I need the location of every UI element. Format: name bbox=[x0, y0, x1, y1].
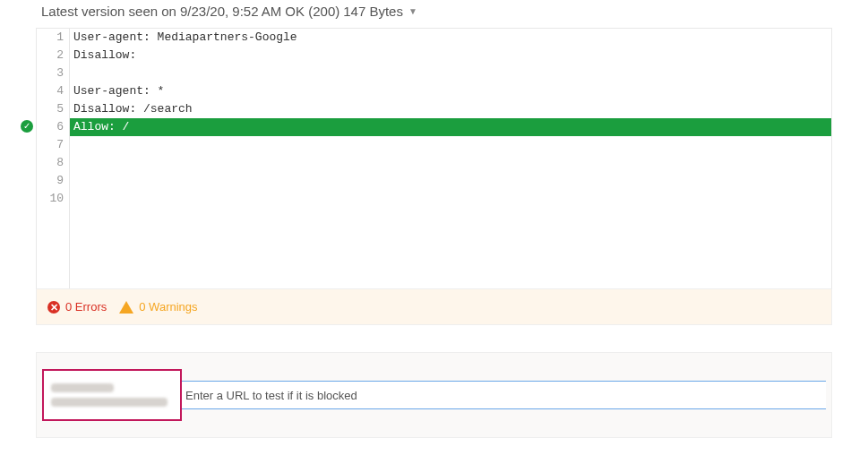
robots-editor: 123456✓78910 User-agent: Mediapartners-G… bbox=[36, 28, 832, 288]
code-line[interactable]: Allow: / bbox=[70, 118, 831, 136]
status-size: 147 Bytes bbox=[343, 4, 403, 19]
code-line[interactable]: Disallow: bbox=[70, 47, 831, 64]
url-test-section bbox=[36, 352, 832, 438]
status-line[interactable]: Latest version seen on 9/23/20, 9:52 AM … bbox=[0, 0, 868, 28]
url-test-input[interactable] bbox=[182, 381, 826, 409]
line-number: 5 bbox=[37, 100, 69, 118]
url-origin-box[interactable] bbox=[42, 369, 182, 421]
line-number: 10 bbox=[37, 190, 69, 208]
line-number: 3 bbox=[37, 64, 69, 82]
code-line[interactable] bbox=[70, 136, 831, 154]
check-icon: ✓ bbox=[21, 120, 33, 133]
messages-bar: ✕ 0 Errors 0 Warnings bbox=[36, 288, 832, 325]
line-number: 1 bbox=[37, 29, 69, 47]
line-number: 9 bbox=[37, 172, 69, 190]
code-line[interactable] bbox=[70, 154, 831, 172]
code-line[interactable]: User-agent: Mediapartners-Google bbox=[70, 29, 831, 47]
line-number: 2 bbox=[37, 47, 69, 64]
status-prefix: Latest version seen on bbox=[41, 4, 176, 19]
code-line[interactable]: User-agent: * bbox=[70, 82, 831, 100]
code-line[interactable] bbox=[70, 190, 831, 208]
code-line[interactable] bbox=[70, 172, 831, 190]
warnings-label: Warnings bbox=[149, 300, 197, 314]
errors-label: Errors bbox=[75, 300, 107, 314]
origin-text-redacted bbox=[51, 398, 168, 407]
code-line[interactable]: Disallow: /search bbox=[70, 100, 831, 118]
warnings-count: 0 bbox=[139, 300, 145, 314]
errors-count: 0 bbox=[65, 300, 72, 314]
chevron-down-icon[interactable]: ▼ bbox=[408, 6, 417, 16]
code-line[interactable] bbox=[70, 64, 831, 82]
line-number: 8 bbox=[37, 154, 69, 172]
line-number: 7 bbox=[37, 136, 69, 154]
line-number: 6✓ bbox=[37, 118, 69, 136]
status-code: OK (200) bbox=[285, 4, 339, 19]
error-icon: ✕ bbox=[47, 301, 60, 314]
status-date: 9/23/20, 9:52 AM bbox=[180, 4, 281, 19]
code-area[interactable]: User-agent: Mediapartners-GoogleDisallow… bbox=[69, 29, 831, 288]
warning-icon bbox=[119, 301, 133, 314]
line-number: 4 bbox=[37, 82, 69, 100]
line-gutter: 123456✓78910 bbox=[37, 29, 69, 288]
origin-text-redacted bbox=[51, 383, 114, 392]
